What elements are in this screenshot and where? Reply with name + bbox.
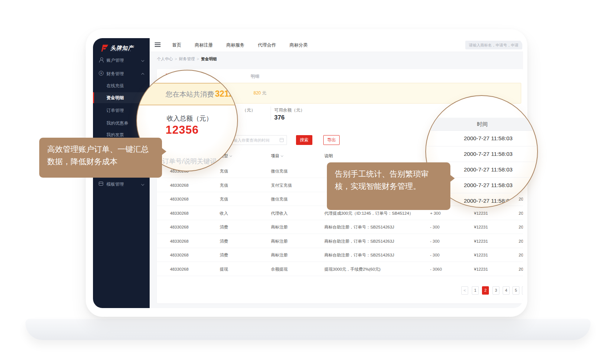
cell-balance: ¥12231 — [474, 248, 488, 262]
cell-amount: - 300 — [430, 248, 439, 262]
cell-project: 微信充值 — [271, 192, 288, 206]
magnified-keyword-placeholder: 订单号/说明关键词 — [162, 157, 216, 166]
breadcrumb-part[interactable]: 个人中心 — [157, 57, 173, 61]
cell-time: 2000-7-27 11:58:03 — [519, 262, 523, 276]
calendar-icon[interactable] — [280, 138, 284, 142]
cell-type: 收入 — [220, 206, 228, 220]
cell-amount: - 3060 — [430, 262, 442, 276]
cell-balance: ¥12231 — [474, 206, 488, 220]
sidebar-item-label: 我的优惠券 — [106, 118, 128, 129]
nav-trademark-category[interactable]: 商标分类 — [289, 42, 308, 48]
cell-time: 2000-7-27 11:58:03 — [519, 248, 523, 262]
breadcrumb-current: 资金明细 — [201, 57, 217, 61]
sidebar-item-finance[interactable]: ¥ 财务管理 — [93, 68, 150, 79]
cell-project: 商标注册 — [271, 220, 288, 234]
pagination-prev[interactable]: < — [461, 286, 468, 295]
cell-type: 充值 — [220, 178, 228, 192]
cell-time: 2000-7-27 11:58:03 — [519, 206, 523, 220]
cell-balance: ¥12231 — [474, 262, 488, 276]
cell-type: 提现 — [220, 262, 228, 276]
breadcrumb-part[interactable]: 财务管理 — [179, 57, 195, 61]
table-header-project[interactable]: 项目 — [271, 153, 283, 159]
export-button[interactable]: 导出 — [323, 135, 340, 145]
user-icon — [99, 57, 104, 62]
table-row: 48330268 消费 商标注册 商标自助注册，订单号：SB2514263J -… — [157, 248, 523, 262]
sort-caret-icon — [281, 154, 283, 157]
pagination-page-1[interactable]: 1 — [472, 286, 479, 295]
cell-time: 2000-7-27 11:58:03 — [519, 234, 523, 248]
nav-home[interactable]: 首页 — [172, 42, 181, 48]
cell-order: 48330268 — [170, 234, 189, 248]
finance-icon: ¥ — [99, 71, 104, 76]
magnified-time-row: 2000-7-27 11:58:03 — [464, 162, 538, 177]
table-row: 48330268 消费 商标注册 商标自助注册，订单号：SB2514263J -… — [157, 234, 523, 248]
cell-type: 充值 — [220, 164, 228, 178]
available-balance-value: 376 — [274, 114, 284, 121]
available-balance-label: 可用余额（元） — [274, 107, 305, 113]
cell-amount: - 300 — [430, 234, 439, 248]
nav-agency[interactable]: 代理合作 — [258, 42, 276, 48]
cell-time: 2000-7-27 11:58:03 — [519, 192, 523, 206]
template-icon — [99, 182, 103, 186]
cell-project: 微信充值 — [271, 164, 288, 178]
cell-order: 48330268 — [170, 220, 189, 234]
nav-trademark-service[interactable]: 商标服务 — [226, 42, 244, 48]
magnified-income-label: 收入总额（元） — [167, 114, 212, 123]
breadcrumb: 个人中心>财务管理>资金明细 — [157, 56, 217, 62]
magnified-income-value: 12356 — [166, 124, 199, 137]
date-query-input[interactable] — [230, 135, 287, 145]
cell-desc: 提现3000元，手续费2%(60元) — [324, 262, 381, 276]
cell-project: 商标注册 — [271, 234, 288, 248]
sidebar-item-label: 订单管理 — [106, 105, 124, 116]
cell-project: 余额提现 — [271, 262, 288, 276]
chevron-up-icon — [141, 73, 144, 76]
table-header-desc: 说明 — [324, 153, 333, 159]
cell-type: 充值 — [220, 192, 228, 206]
nav-trademark-register[interactable]: 商标注册 — [195, 42, 213, 48]
stat-divider — [271, 106, 271, 120]
search-button[interactable]: 搜索 — [296, 135, 312, 145]
cell-order: 48330268 — [170, 178, 189, 192]
callout-left: 高效管理账户订单、一键汇总数据，降低财务成本 — [39, 138, 162, 178]
tab-secondary[interactable]: 明细 — [251, 73, 259, 80]
global-search-input[interactable] — [465, 41, 522, 49]
callout-right: 告别手工统计、告别繁琐审核，实现智能财务管理。 — [327, 162, 450, 210]
brand-logo: 头牌知产 — [100, 43, 134, 53]
page: 头牌知产 账户管理 ¥ 财务管理 在线充值 资金明细 订单管理 — [0, 0, 616, 364]
hamburger-menu-icon[interactable] — [155, 43, 161, 47]
brand-logo-icon — [100, 45, 108, 52]
sidebar-item-account[interactable]: 账户管理 — [93, 55, 150, 66]
magnified-time-row: 2000-7-27 11:58:03 — [464, 146, 538, 162]
chevron-down-icon — [141, 183, 144, 186]
sidebar-item-online-recharge[interactable]: 在线充值 — [93, 80, 150, 91]
laptop-base — [25, 319, 591, 340]
magnified-time-header: 时间 — [426, 118, 538, 131]
pagination-page-4[interactable]: 4 — [503, 286, 510, 295]
pagination-next[interactable]: > — [522, 286, 523, 295]
active-indicator — [93, 92, 94, 103]
cell-desc: 商标自助注册，订单号：SB2514263J — [324, 248, 394, 262]
cell-type: 消费 — [220, 220, 228, 234]
pagination-page-3[interactable]: 3 — [493, 286, 499, 295]
cell-order: 48330268 — [170, 262, 189, 276]
cell-amount: - 300 — [430, 220, 439, 234]
brand-tagline-dots — [110, 50, 131, 51]
pagination-page-2[interactable]: 2 — [482, 286, 489, 295]
consumption-banner-fragment: 820 元 — [254, 83, 266, 103]
sidebar-item-label: 财务管理 — [106, 68, 124, 79]
sort-caret-icon — [230, 154, 232, 157]
cell-project: 商标注册 — [271, 248, 288, 262]
top-bar: 首页 商标注册 商标服务 代理合作 商标分类 — [150, 38, 523, 52]
stat-middle-label-fragment: （元） — [242, 107, 255, 113]
sidebar-item-label: 资金明细 — [106, 92, 124, 103]
magnified-time-row: 2000-7-27 11:58:03 — [464, 131, 538, 146]
table-row: 48330268 提现 余额提现 提现3000元，手续费2%(60元) - 30… — [157, 262, 523, 276]
cell-balance: ¥12231 — [474, 234, 488, 248]
pagination-page-5[interactable]: 5 — [512, 286, 519, 295]
cell-order: 48330268 — [170, 192, 189, 206]
cell-desc: 商标自助注册，订单号：SB2514263J — [324, 234, 394, 248]
sidebar-item-templates[interactable]: 模板管理 — [93, 179, 150, 190]
cell-project: 支付宝充值 — [271, 178, 292, 192]
cell-desc: 商标自助注册，订单号：SB2514263J — [324, 220, 394, 234]
table-row: 48330268 消费 商标注册 商标自助注册，订单号：SB2514263J -… — [157, 220, 523, 234]
